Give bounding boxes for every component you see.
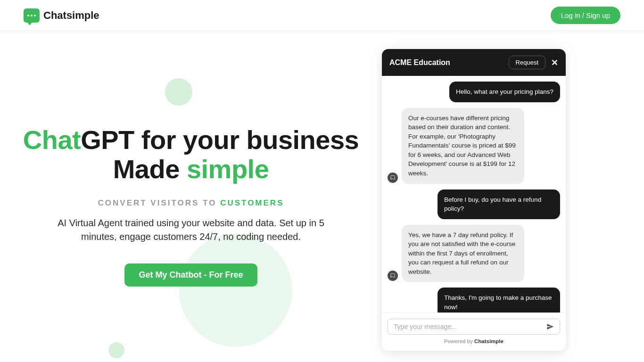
hero-title-accent: Chat bbox=[23, 125, 81, 155]
main-content: ChatGPT for your business Made simple CO… bbox=[0, 31, 644, 362]
chat-input[interactable] bbox=[394, 323, 542, 330]
get-chatbot-button[interactable]: Get My Chatbot - For Free bbox=[124, 263, 257, 287]
brand-name: Chatsimple bbox=[43, 9, 99, 22]
hero-section: ChatGPT for your business Made simple CO… bbox=[19, 45, 363, 351]
hero-subtitle: CONVERT VISITORS TO CUSTOMERS bbox=[19, 198, 363, 208]
message-bubble: Yes, we have a 7 day refund policy. If y… bbox=[402, 225, 524, 282]
message-bubble: Before I buy, do you have a refund polic… bbox=[438, 189, 560, 219]
chat-input-wrap bbox=[388, 319, 560, 335]
chat-message-user: Hello, what are your pricing plans? bbox=[388, 82, 560, 102]
powered-by: Powered by Chatsimple bbox=[388, 335, 560, 345]
hero-description: AI Virtual Agent trained using your webs… bbox=[19, 216, 363, 244]
login-signup-button[interactable]: Log in / Sign up bbox=[551, 7, 620, 24]
chat-body[interactable]: Hello, what are your pricing plans? Our … bbox=[382, 76, 566, 313]
bot-avatar-icon bbox=[388, 271, 398, 281]
chat-footer: Powered by Chatsimple bbox=[382, 313, 566, 351]
message-bubble: Hello, what are your pricing plans? bbox=[449, 82, 560, 102]
close-icon[interactable]: ✕ bbox=[551, 58, 558, 67]
bot-avatar-icon bbox=[388, 173, 398, 183]
header: Chatsimple Log in / Sign up bbox=[0, 0, 644, 31]
chat-message-user: Thanks, I'm going to make a purchase now… bbox=[388, 288, 560, 313]
chat-header: ACME Education Request ✕ bbox=[382, 49, 566, 76]
chat-title: ACME Education bbox=[389, 58, 450, 67]
request-button[interactable]: Request bbox=[509, 56, 545, 69]
chat-message-bot: Our e-courses have different pricing bas… bbox=[388, 108, 560, 184]
message-bubble: Our e-courses have different pricing bas… bbox=[402, 108, 524, 184]
chat-bubble-icon bbox=[24, 8, 40, 23]
hero-title-accent: simple bbox=[187, 154, 269, 184]
chat-widget: ACME Education Request ✕ Hello, what are… bbox=[382, 49, 566, 351]
chat-message-bot: Yes, we have a 7 day refund policy. If y… bbox=[388, 225, 560, 282]
send-icon[interactable] bbox=[546, 323, 554, 330]
hero-title: ChatGPT for your business Made simple bbox=[19, 125, 363, 183]
message-bubble: Thanks, I'm going to make a purchase now… bbox=[438, 288, 560, 313]
chat-message-user: Before I buy, do you have a refund polic… bbox=[388, 189, 560, 219]
logo[interactable]: Chatsimple bbox=[24, 8, 99, 23]
